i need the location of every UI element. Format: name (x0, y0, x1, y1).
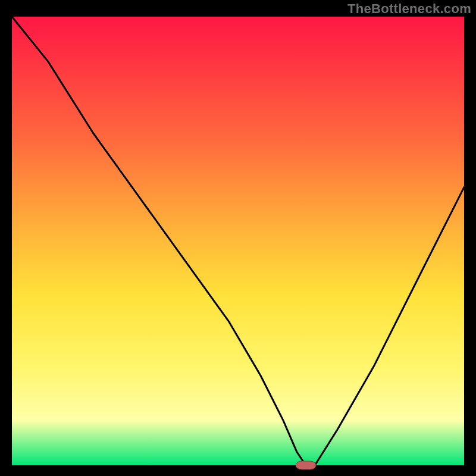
chart-stage: TheBottleneck.com (0, 0, 476, 476)
watermark-text: TheBottleneck.com (347, 1, 471, 17)
optimal-marker (296, 461, 316, 469)
bottleneck-chart (0, 0, 476, 476)
gradient-plot-area (12, 17, 464, 465)
